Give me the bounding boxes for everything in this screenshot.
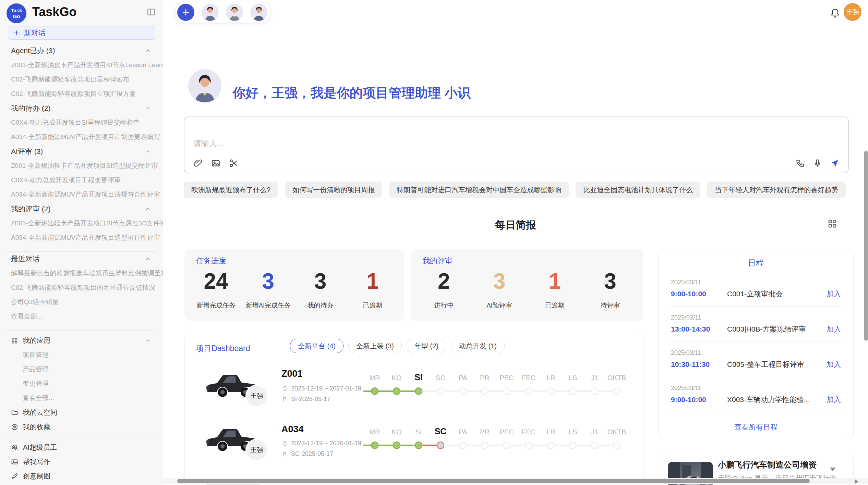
- milestone-dot: [547, 387, 555, 395]
- view-all-apps[interactable]: 查看全部...: [0, 391, 163, 405]
- sidebar-item-ai-super-staff[interactable]: AI超级员工: [0, 440, 163, 455]
- milestone-label: PR: [480, 428, 490, 436]
- sidebar: Task Go TaskGo 新对话 Agent已办 (3) Z001-全新燃油…: [0, 0, 163, 485]
- section-label: 最近对话: [11, 254, 40, 264]
- divider: [671, 377, 841, 377]
- stat-value: 3: [314, 269, 327, 294]
- send-icon[interactable]: [830, 159, 839, 168]
- scroll-down-arrow[interactable]: [830, 468, 835, 471]
- list-item[interactable]: 公司Q3轻卡销量: [0, 295, 163, 309]
- user-avatar[interactable]: 王强: [844, 3, 861, 21]
- list-item[interactable]: Z001-全新燃油轻卡产品开发项目SI造型提交物评审: [0, 159, 163, 173]
- milestone-dot: [393, 442, 400, 449]
- suggestion-chip[interactable]: 如何写一份清晰的项目周报: [285, 182, 382, 198]
- scroll-right-arrow[interactable]: [855, 479, 858, 484]
- sidebar-item-project-mgmt[interactable]: 项目管理: [0, 348, 163, 362]
- sidebar-item-help-write[interactable]: 帮我写作: [0, 455, 163, 469]
- vertical-scrollbar-thumb[interactable]: [864, 151, 868, 341]
- stat-label: 我的待办: [308, 301, 334, 310]
- menu-label: 我的收藏: [23, 422, 50, 432]
- phone-icon[interactable]: [796, 159, 805, 168]
- divider: [671, 341, 841, 342]
- list-item[interactable]: A034-全新新能源MUV产品开发项目法规符合性评审: [0, 187, 163, 202]
- milestone-label: PEC: [499, 428, 514, 436]
- notifications-bell-icon[interactable]: [830, 7, 841, 18]
- section-my-review[interactable]: 我的评审 (2): [0, 202, 163, 216]
- join-link[interactable]: 加入: [827, 289, 841, 299]
- list-item[interactable]: C02-飞腾新能源轻客改款项目的闭环通告反馈情况: [0, 281, 163, 295]
- sidebar-item-cloud-space[interactable]: 我的云空间: [0, 405, 163, 420]
- list-item[interactable]: C02-飞腾新能源轻客改款项目里程碑画布: [0, 72, 163, 87]
- suggestion-chip[interactable]: 特朗普可能对进口汽车增税会对中国车企造成哪些影响: [389, 182, 569, 198]
- agent-avatar[interactable]: [202, 4, 219, 21]
- join-link[interactable]: 加入: [827, 360, 841, 369]
- new-chat-button[interactable]: 新对话: [8, 26, 155, 40]
- join-link[interactable]: 加入: [827, 324, 841, 334]
- list-item[interactable]: Z001-全新燃油轻卡产品开发项目SI节点属性5D文件评审: [0, 216, 163, 231]
- tab-year-model[interactable]: 年型 (2): [407, 339, 446, 353]
- sidebar-item-change-mgmt[interactable]: 变更管理: [0, 376, 163, 391]
- project-code[interactable]: A034: [281, 424, 304, 435]
- list-item[interactable]: Z001-全新燃油皮卡产品开发项目SI节点Lesson Learn报告: [0, 58, 163, 72]
- milestone-dot: [591, 387, 599, 395]
- mic-icon[interactable]: [813, 159, 822, 168]
- milestone-dot: [459, 387, 467, 395]
- view-all-chats[interactable]: 查看全部...: [0, 309, 163, 324]
- sidebar-item-creative-draw[interactable]: 创意制图: [0, 469, 163, 483]
- chevron-up-icon: [145, 48, 151, 54]
- sidebar-item-product-mgmt[interactable]: 产品管理: [0, 362, 163, 376]
- chat-input[interactable]: 请输入...: [184, 116, 849, 173]
- section-agent-done[interactable]: Agent已办 (3): [0, 43, 163, 58]
- star-circle-icon: [11, 423, 18, 431]
- schedule-time: 9:00-10:00: [671, 396, 727, 404]
- project-owner-avatar[interactable]: 王强: [245, 385, 268, 407]
- add-agent-button[interactable]: [177, 4, 194, 21]
- list-item[interactable]: C0X4-动力总成开发项目工程变更评审: [0, 173, 163, 187]
- milestone-label: FEC: [522, 374, 535, 382]
- milestone-label: MR: [369, 374, 380, 382]
- collapse-sidebar-icon[interactable]: [147, 8, 156, 16]
- sidebar-item-my-apps[interactable]: 我的应用: [0, 333, 163, 348]
- schedule-date: 2025/03/11: [671, 279, 841, 286]
- section-ai-review[interactable]: AI评审 (3): [0, 144, 163, 159]
- list-item[interactable]: A034-全新新能源MUV产品开发项目造型可行性评审: [0, 231, 163, 245]
- plus-icon: [181, 8, 190, 17]
- list-item[interactable]: A034-全新新能源MUV产品开发项目计划变更表编写: [0, 130, 163, 144]
- sidebar-item-favorites[interactable]: 我的收藏: [0, 420, 163, 434]
- milestone-label: LS: [569, 374, 577, 382]
- milestone-label: FEC: [522, 428, 535, 436]
- list-item[interactable]: C0X4-动力总成开发项目SI里程碑提交物检查: [0, 115, 163, 130]
- agent-avatar[interactable]: [226, 4, 243, 21]
- project-milestone: SC-2025-05-17: [282, 450, 333, 458]
- suggestion-chip[interactable]: 比亚迪全固态电池计划具体说了什么: [576, 182, 700, 198]
- date-range: 2023-12-19 ~ 2027-01-19: [291, 385, 361, 392]
- image-icon[interactable]: [211, 159, 220, 168]
- section-label: 我的待办 (2): [11, 103, 51, 113]
- suggestion-chip[interactable]: 欧洲新规最近颁布了什么?: [184, 182, 278, 198]
- view-all-schedule-link[interactable]: 查看所有日程: [659, 422, 853, 432]
- stat-label: AI预评审: [486, 301, 512, 310]
- project-owner-avatar[interactable]: 王强: [245, 439, 268, 461]
- milestone-dot-overdue: [437, 442, 444, 449]
- people-icon: [11, 444, 18, 451]
- join-link[interactable]: 加入: [827, 395, 841, 405]
- section-my-todo[interactable]: 我的待办 (2): [0, 101, 163, 115]
- layout-grid-icon[interactable]: [827, 219, 837, 229]
- list-item[interactable]: 解释最新出台的欧盟报废车法规再生塑料比例被调至15%...: [0, 266, 163, 281]
- project-code[interactable]: Z001: [281, 369, 303, 379]
- tab-powertrain[interactable]: 动总开发 (1): [451, 339, 505, 353]
- attach-icon[interactable]: [193, 159, 203, 168]
- agent-avatar[interactable]: [250, 4, 267, 21]
- stat-value: 1: [549, 269, 561, 294]
- tab-new-platform[interactable]: 全新平台 (4): [290, 339, 343, 353]
- horizontal-scrollbar-thumb[interactable]: [177, 479, 810, 483]
- plus-icon: [13, 29, 20, 36]
- suggestion-chip[interactable]: 当下年轻人对汽车外观有怎样的喜好趋势: [707, 182, 846, 198]
- list-item[interactable]: C02-飞腾新能源轻客改款项目立项汇报方案: [0, 87, 163, 101]
- milestone-dot: [459, 442, 467, 449]
- milestone-dot: [371, 442, 378, 449]
- tab-new-body[interactable]: 全新上装 (3): [348, 339, 402, 353]
- menu-label: 帮我写作: [23, 457, 50, 467]
- scissors-icon[interactable]: [229, 159, 238, 168]
- section-recent-chats[interactable]: 最近对话: [0, 252, 163, 266]
